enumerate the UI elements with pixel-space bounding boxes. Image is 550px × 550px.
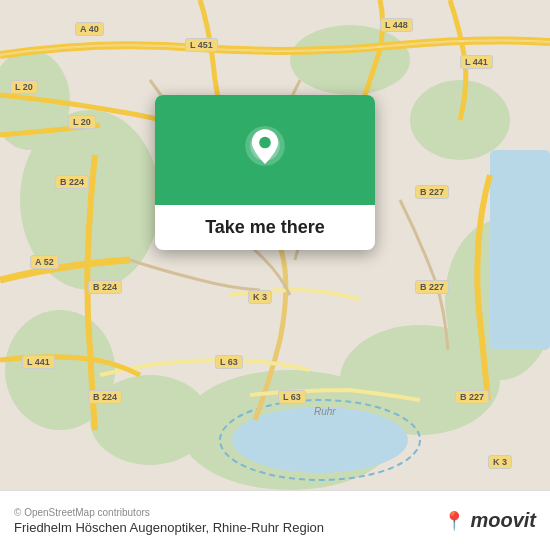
road-label-K3: K 3: [248, 290, 272, 304]
road-label-B224c: B 224: [88, 390, 122, 404]
road-label-B227b: B 227: [415, 280, 449, 294]
moovit-pin-icon: 📍: [443, 510, 465, 532]
popup-green-area: [155, 95, 375, 205]
road-label-L451: L 451: [185, 38, 218, 52]
road-label-A52: A 52: [30, 255, 59, 269]
road-label-B227a: B 227: [415, 185, 449, 199]
road-label-B224a: B 224: [55, 175, 89, 189]
road-label-L448: L 448: [380, 18, 413, 32]
attribution-text: © OpenStreetMap contributors: [14, 507, 324, 518]
road-label-L20b: L 20: [68, 115, 96, 129]
map-container: A 40L 451L 448L 441L 20L 20B 224B 227A 5…: [0, 0, 550, 490]
moovit-brand-label: moovit: [470, 509, 536, 532]
bottom-left: © OpenStreetMap contributors Friedhelm H…: [14, 507, 324, 535]
take-me-there-button[interactable]: Take me there: [205, 217, 325, 238]
road-label-L63a: L 63: [215, 355, 243, 369]
road-label-B227c: B 227: [455, 390, 489, 404]
road-label-K3b: K 3: [488, 455, 512, 469]
place-name: Friedhelm Höschen Augenoptiker, Rhine-Ru…: [14, 520, 324, 535]
svg-point-6: [90, 375, 210, 465]
road-label-B224b: B 224: [88, 280, 122, 294]
location-pin-icon: [241, 126, 289, 174]
popup-button-area[interactable]: Take me there: [155, 205, 375, 250]
svg-rect-12: [490, 150, 550, 350]
popup-card: Take me there: [155, 95, 375, 250]
road-label-L441a: L 441: [460, 55, 493, 69]
svg-point-16: [259, 137, 271, 149]
road-label-L20a: L 20: [10, 80, 38, 94]
road-label-L441b: L 441: [22, 355, 55, 369]
moovit-logo[interactable]: 📍 moovit: [443, 509, 536, 532]
road-label-Ruhr: Ruhr: [310, 405, 340, 418]
bottom-bar: © OpenStreetMap contributors Friedhelm H…: [0, 490, 550, 550]
road-label-L63b: L 63: [278, 390, 306, 404]
road-label-A40: A 40: [75, 22, 104, 36]
svg-point-8: [290, 25, 410, 95]
